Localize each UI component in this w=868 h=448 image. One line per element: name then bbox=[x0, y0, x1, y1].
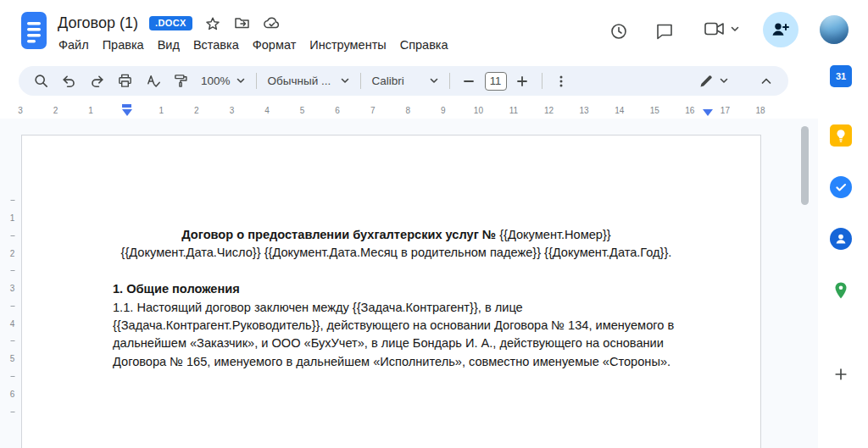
doc-title-line[interactable]: Договор о предоставлении бухгалтерских у… bbox=[113, 226, 680, 244]
menu-help[interactable]: Справка bbox=[393, 36, 455, 54]
ruler-number: 14 bbox=[615, 106, 624, 115]
zoom-select[interactable]: 100% bbox=[195, 69, 251, 92]
ruler-tick bbox=[10, 200, 14, 201]
comments-button[interactable] bbox=[654, 20, 676, 42]
spellcheck-icon bbox=[145, 73, 161, 89]
ruler-number: 1 bbox=[159, 106, 164, 115]
keep-icon[interactable] bbox=[830, 124, 852, 147]
ruler-number: 4 bbox=[264, 106, 270, 115]
left-indent-marker[interactable] bbox=[122, 109, 132, 116]
chevron-down-icon bbox=[720, 78, 728, 84]
more-options-button[interactable] bbox=[550, 69, 573, 92]
star-icon[interactable] bbox=[203, 14, 222, 32]
ruler-number: 9 bbox=[441, 106, 446, 115]
font-size-input[interactable] bbox=[485, 72, 507, 91]
ruler-tick bbox=[10, 235, 14, 236]
doc-paragraph[interactable]: 1.1. Настоящий договор заключен между {{… bbox=[113, 299, 680, 372]
person-add-icon bbox=[771, 19, 791, 40]
toolbar: 100% Обычный ... Calibri bbox=[19, 66, 788, 96]
redo-button[interactable] bbox=[86, 69, 108, 92]
docx-badge: .DOCX bbox=[149, 16, 192, 30]
print-button[interactable] bbox=[114, 69, 136, 92]
ruler-number: 4 bbox=[10, 319, 15, 329]
search-button[interactable] bbox=[30, 69, 53, 92]
menu-view[interactable]: Вид bbox=[151, 36, 186, 54]
plus-icon bbox=[832, 366, 849, 383]
font-select[interactable]: Calibri bbox=[366, 69, 444, 92]
side-panel: 31 bbox=[821, 64, 868, 448]
font-value: Calibri bbox=[372, 75, 404, 87]
document-title[interactable]: Договор (1) bbox=[58, 14, 138, 32]
menu-bar: Файл Правка Вид Вставка Формат Инструмен… bbox=[52, 36, 455, 54]
menu-tools[interactable]: Инструменты bbox=[303, 36, 392, 54]
ruler-number: 5 bbox=[300, 106, 305, 115]
history-button[interactable] bbox=[608, 20, 630, 42]
get-addons-button[interactable] bbox=[830, 363, 852, 385]
increase-font-button[interactable] bbox=[511, 69, 534, 92]
first-line-indent-marker[interactable] bbox=[122, 104, 131, 108]
share-button[interactable] bbox=[763, 12, 798, 47]
collapse-toolbar-button[interactable] bbox=[754, 69, 777, 92]
doc-date-line[interactable]: {{Документ.Дата.Число}} {{Документ.Дата.… bbox=[113, 244, 680, 262]
toolbar-divider bbox=[542, 73, 542, 89]
paint-format-button[interactable] bbox=[170, 69, 192, 92]
ruler-number: 6 bbox=[335, 106, 340, 115]
more-vertical-icon bbox=[554, 74, 569, 89]
user-avatar[interactable] bbox=[820, 15, 849, 44]
ruler-number: 16 bbox=[685, 106, 694, 115]
document-page[interactable]: Договор о предоставлении бухгалтерских у… bbox=[21, 135, 761, 448]
doc-title-bold-text: Договор о предоставлении бухгалтерских у… bbox=[181, 228, 499, 241]
doc-blank-line[interactable] bbox=[113, 263, 680, 280]
chevron-down-icon bbox=[731, 26, 739, 32]
search-icon bbox=[33, 73, 49, 89]
ruler-number: 7 bbox=[370, 106, 376, 115]
minus-icon bbox=[461, 74, 476, 89]
redo-icon bbox=[89, 73, 105, 89]
chevron-down-icon bbox=[341, 78, 349, 84]
menu-format[interactable]: Формат bbox=[246, 36, 303, 54]
menu-file[interactable]: Файл bbox=[52, 36, 96, 54]
menu-insert[interactable]: Вставка bbox=[186, 36, 246, 54]
ruler-tick bbox=[10, 376, 14, 377]
ruler-tick bbox=[10, 340, 14, 341]
move-folder-icon[interactable] bbox=[233, 14, 252, 32]
docs-logo-icon[interactable] bbox=[20, 11, 47, 50]
video-call-button[interactable] bbox=[704, 20, 739, 37]
doc-section-heading[interactable]: 1. Общие положения bbox=[113, 280, 680, 298]
cloud-status-icon[interactable] bbox=[263, 14, 281, 32]
ruler-number: 1 bbox=[88, 106, 93, 115]
vertical-scrollbar[interactable] bbox=[801, 126, 809, 205]
style-value: Обычный ... bbox=[268, 75, 331, 87]
ruler-number: 18 bbox=[755, 106, 765, 115]
undo-button[interactable] bbox=[58, 69, 81, 92]
ruler-number: 10 bbox=[474, 106, 483, 115]
chevron-down-icon bbox=[236, 78, 245, 84]
styles-select[interactable]: Обычный ... bbox=[262, 69, 355, 92]
calendar-icon[interactable]: 31 bbox=[830, 65, 852, 87]
editing-mode-select[interactable] bbox=[693, 69, 734, 92]
history-icon bbox=[609, 22, 628, 41]
chevron-up-icon bbox=[760, 75, 773, 88]
ruler-number: 1 bbox=[10, 213, 15, 223]
ruler-number: 12 bbox=[544, 106, 554, 115]
ruler-number: 2 bbox=[194, 106, 199, 115]
ruler-number: 8 bbox=[405, 106, 410, 115]
calendar-label: 31 bbox=[836, 71, 846, 81]
undo-icon bbox=[61, 73, 77, 89]
pen-icon bbox=[698, 74, 714, 89]
zoom-value: 100% bbox=[201, 75, 231, 87]
right-indent-marker[interactable] bbox=[703, 109, 713, 116]
video-camera-icon bbox=[704, 20, 726, 37]
toolbar-divider bbox=[449, 73, 450, 89]
vertical-ruler[interactable]: 123456 bbox=[5, 119, 19, 448]
print-icon bbox=[117, 73, 133, 89]
tasks-icon[interactable] bbox=[830, 176, 852, 198]
maps-icon[interactable] bbox=[830, 279, 852, 301]
decrease-font-button[interactable] bbox=[458, 69, 481, 92]
ruler-number: 13 bbox=[580, 106, 589, 115]
contacts-icon[interactable] bbox=[830, 228, 852, 250]
toolbar-divider bbox=[360, 73, 361, 89]
menu-edit[interactable]: Правка bbox=[96, 36, 151, 54]
spellcheck-button[interactable] bbox=[142, 69, 164, 92]
ruler-tick bbox=[10, 270, 14, 271]
